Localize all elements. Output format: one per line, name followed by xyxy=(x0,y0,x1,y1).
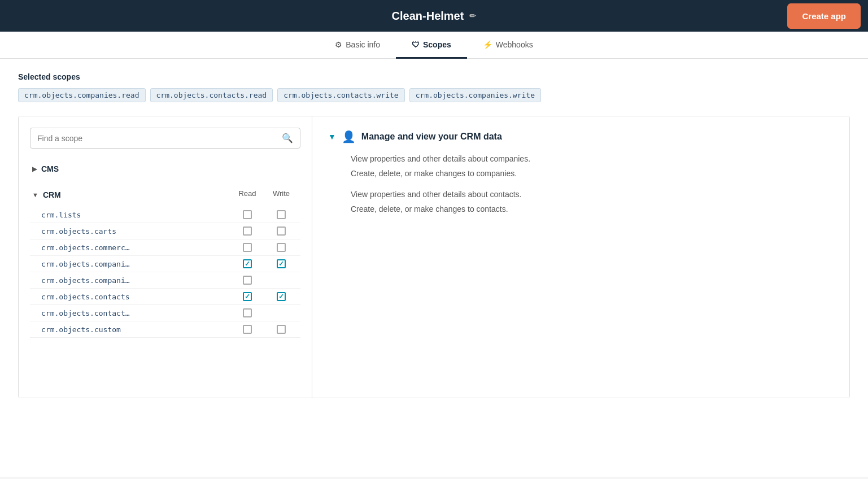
scope-checks xyxy=(230,308,298,317)
search-icon: 🔍 xyxy=(282,133,293,143)
app-header: Clean-Helmet ✏ Create app xyxy=(0,0,868,32)
write-column-header: Write xyxy=(264,189,298,198)
write-cell xyxy=(264,292,298,301)
tabs-bar: ⚙ Basic info 🛡 Scopes ⚡ Webhooks xyxy=(0,32,868,59)
write-checkbox[interactable] xyxy=(277,227,286,236)
tab-webhooks-label: Webhooks xyxy=(496,40,533,49)
chevron-down-icon: ▼ xyxy=(32,191,38,198)
scope-checks xyxy=(230,243,298,252)
tab-basic-info[interactable]: ⚙ Basic info xyxy=(319,32,396,59)
search-box: 🔍 xyxy=(30,128,300,149)
collapse-icon[interactable]: ▼ xyxy=(328,132,336,141)
scope-tag: crm.objects.contacts.read xyxy=(150,88,273,102)
crm-table-header: Read Write xyxy=(230,187,298,200)
scope-tag: crm.objects.companies.read xyxy=(18,88,146,102)
selected-scopes-label: Selected scopes xyxy=(18,72,850,81)
category-crm-label: CRM xyxy=(43,190,61,199)
scope-name: crm.objects.commerc… xyxy=(41,243,230,252)
write-cell xyxy=(264,276,298,285)
category-crm: ▼ CRM Read Write crm.lists xyxy=(30,182,300,338)
scopes-panels: 🔍 ▶ CMS ▼ CRM Read Write xyxy=(18,116,850,398)
bolt-icon: ⚡ xyxy=(483,40,492,49)
create-app-button[interactable]: Create app xyxy=(789,5,859,27)
tab-scopes-label: Scopes xyxy=(423,40,451,49)
write-checkbox[interactable] xyxy=(277,292,286,301)
crm-row: crm.objects.commerc… xyxy=(30,240,300,256)
scope-name: crm.objects.compani… xyxy=(41,260,230,268)
read-cell xyxy=(230,259,264,268)
crm-info-title: Manage and view your CRM data xyxy=(361,132,502,142)
read-checkbox[interactable] xyxy=(243,292,252,301)
read-checkbox[interactable] xyxy=(243,243,252,252)
write-cell xyxy=(264,308,298,317)
search-input[interactable] xyxy=(37,134,282,143)
read-checkbox[interactable] xyxy=(243,259,252,268)
left-panel: 🔍 ▶ CMS ▼ CRM Read Write xyxy=(19,116,312,398)
read-cell xyxy=(230,308,264,317)
read-cell xyxy=(230,325,264,334)
scope-checks xyxy=(230,259,298,268)
crm-description-line: Create, delete, or make changes to conta… xyxy=(351,203,834,215)
read-checkbox[interactable] xyxy=(243,276,252,285)
chevron-right-icon: ▶ xyxy=(32,166,37,173)
edit-icon[interactable]: ✏ xyxy=(469,11,476,20)
write-checkbox[interactable] xyxy=(277,210,286,219)
crm-description-line: View properties and other details about … xyxy=(351,188,834,201)
crm-description-line: View properties and other details about … xyxy=(351,153,834,165)
write-cell xyxy=(264,325,298,334)
read-cell xyxy=(230,276,264,285)
crm-row: crm.objects.contact… xyxy=(30,305,300,321)
category-cms: ▶ CMS xyxy=(30,160,300,178)
tab-webhooks[interactable]: ⚡ Webhooks xyxy=(467,32,549,59)
scope-name: crm.objects.custom xyxy=(41,325,230,334)
scope-tag: crm.objects.companies.write xyxy=(409,88,541,102)
scope-checks xyxy=(230,210,298,219)
write-checkbox[interactable] xyxy=(277,259,286,268)
category-cms-label: CMS xyxy=(41,164,59,173)
crm-info-header: ▼ 👤 Manage and view your CRM data xyxy=(328,130,834,143)
scope-name: crm.objects.compani… xyxy=(41,276,230,285)
tab-basic-info-label: Basic info xyxy=(346,40,380,49)
read-cell xyxy=(230,243,264,252)
title-text: Clean-Helmet xyxy=(392,10,464,23)
crm-row: crm.objects.compani… xyxy=(30,272,300,289)
write-checkbox[interactable] xyxy=(277,325,286,334)
scope-checks xyxy=(230,227,298,236)
crm-row: crm.lists xyxy=(30,207,300,223)
write-cell xyxy=(264,227,298,236)
read-cell xyxy=(230,292,264,301)
shield-icon: 🛡 xyxy=(412,40,420,49)
write-cell xyxy=(264,243,298,252)
crm-row: crm.objects.custom xyxy=(30,321,300,338)
read-checkbox[interactable] xyxy=(243,227,252,236)
read-cell xyxy=(230,210,264,219)
read-cell xyxy=(230,227,264,236)
read-checkbox[interactable] xyxy=(243,210,252,219)
scope-name: crm.objects.carts xyxy=(41,227,230,236)
person-icon: 👤 xyxy=(342,130,356,143)
scope-checks xyxy=(230,325,298,334)
crm-row: crm.objects.compani… xyxy=(30,256,300,272)
scope-name: crm.objects.contacts xyxy=(41,293,230,301)
crm-description-line: Create, delete, or make changes to compa… xyxy=(351,167,834,180)
scope-tag: crm.objects.contacts.write xyxy=(277,88,405,102)
gear-icon: ⚙ xyxy=(335,40,342,49)
category-crm-header[interactable]: ▼ CRM Read Write xyxy=(30,182,300,207)
right-panel: ▼ 👤 Manage and view your CRM data View p… xyxy=(312,116,849,398)
scope-tags-container: crm.objects.companies.read crm.objects.c… xyxy=(18,88,850,102)
crm-row: crm.objects.carts xyxy=(30,223,300,240)
read-checkbox[interactable] xyxy=(243,325,252,334)
main-content: Selected scopes crm.objects.companies.re… xyxy=(0,59,868,477)
tab-scopes[interactable]: 🛡 Scopes xyxy=(396,32,467,59)
read-checkbox[interactable] xyxy=(243,308,252,317)
scope-name: crm.objects.contact… xyxy=(41,309,230,317)
scope-checks xyxy=(230,292,298,301)
category-cms-header[interactable]: ▶ CMS xyxy=(30,160,300,178)
write-cell xyxy=(264,259,298,268)
write-cell xyxy=(264,210,298,219)
scope-name: crm.lists xyxy=(41,211,230,219)
app-title: Clean-Helmet ✏ xyxy=(392,10,477,23)
crm-info-body: View properties and other details about … xyxy=(328,153,834,216)
read-column-header: Read xyxy=(230,189,264,198)
write-checkbox[interactable] xyxy=(277,243,286,252)
